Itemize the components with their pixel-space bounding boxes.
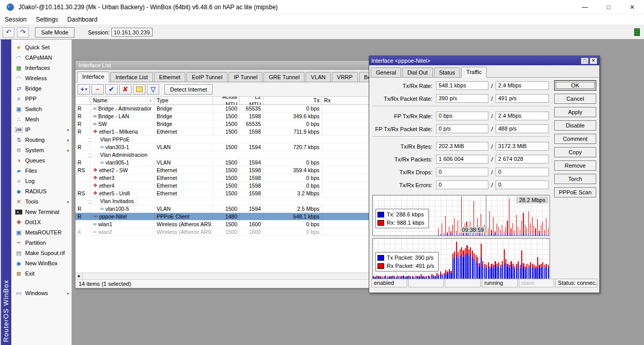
- sidebar-item-metarouter[interactable]: ▣MetaROUTER: [11, 227, 71, 238]
- sidebar-item-wireless[interactable]: ◠Wireless: [11, 73, 71, 83]
- disable-button[interactable]: ✘: [119, 84, 131, 95]
- comment-button[interactable]: Comment: [554, 134, 596, 144]
- sidebar-item-switch[interactable]: ▣Switch: [11, 104, 71, 114]
- sidebar-item-bridge[interactable]: ⇄Bridge: [11, 83, 71, 94]
- tab-ethernet[interactable]: Ethernet: [154, 72, 186, 82]
- field-rx-value[interactable]: 0: [496, 180, 549, 189]
- row-name-cell: ∞SW: [91, 120, 155, 128]
- sidebar-item-queues[interactable]: ◑Queues: [11, 155, 71, 166]
- scroll-left-icon[interactable]: ◆: [75, 273, 83, 279]
- sidebar-item-mesh[interactable]: ∴Mesh: [11, 114, 71, 124]
- wireless-icon: ◠: [15, 75, 23, 82]
- remove-button[interactable]: −: [91, 84, 104, 95]
- sidebar-item-exit[interactable]: ⊠Exit: [11, 268, 71, 279]
- sidebar-item-label: Mesh: [25, 116, 69, 122]
- sidebar-item-system[interactable]: ⚙System▸: [11, 145, 71, 155]
- sidebar-item-routing[interactable]: ⇅Routing▸: [11, 135, 71, 145]
- sidebar-item-radius[interactable]: ◆RADIUS: [11, 186, 71, 196]
- field-tx-value[interactable]: 202.3 MiB: [436, 142, 488, 151]
- disable-button[interactable]: Disable: [554, 120, 596, 131]
- field-tx-value[interactable]: 0 p/s: [436, 124, 488, 133]
- filter-button[interactable]: ▽: [147, 84, 159, 95]
- field-tx-value[interactable]: 1 606 004: [436, 155, 488, 164]
- tab-interface-list[interactable]: Interface List: [110, 72, 153, 82]
- sidebar-item-new-terminal[interactable]: >_New Terminal: [11, 207, 71, 217]
- field-tx-value[interactable]: 0: [436, 168, 488, 176]
- sidebar-item-interfaces[interactable]: ▦Interfaces: [11, 63, 71, 73]
- field-rx-value[interactable]: 491 p/s: [496, 94, 549, 103]
- column-l2-mtu[interactable]: L2 MTU: [240, 97, 263, 104]
- minimize-button[interactable]: —: [573, 0, 597, 14]
- dialog-tab-status[interactable]: Status: [434, 67, 460, 77]
- field-row-fp-tx-rx-packet-rate: FP Tx/Rx Packet Rate:0 p/s/488 p/s: [372, 123, 550, 134]
- session-label: Session:: [88, 29, 109, 35]
- sidebar-item-dot1x[interactable]: ✚Dot1X: [11, 217, 71, 227]
- row-tx: 0 bps: [263, 120, 322, 128]
- tab-ip-tunnel[interactable]: IP Tunnel: [229, 72, 262, 82]
- pppoe-scan-button[interactable]: PPPoE Scan: [554, 187, 596, 197]
- comment-button[interactable]: [133, 84, 145, 95]
- field-rx-value[interactable]: 3172.3 MiB: [496, 142, 549, 151]
- field-label: FP Tx/Rx Packet Rate:: [372, 126, 436, 132]
- field-tx-value[interactable]: 0: [436, 180, 488, 189]
- tab-eoip-tunnel[interactable]: EoIP Tunnel: [186, 72, 228, 82]
- sidebar-item-quick-set[interactable]: ★Quick Set: [11, 42, 71, 52]
- ok-button[interactable]: OK: [554, 80, 596, 90]
- redo-icon[interactable]: ↷: [17, 27, 29, 38]
- apply-button[interactable]: Apply: [554, 107, 596, 117]
- menu-dashboard[interactable]: Dashboard: [63, 14, 102, 25]
- tab-gre-tunnel[interactable]: GRE Tunnel: [263, 72, 305, 82]
- field-tx-value[interactable]: 0 bps: [436, 112, 488, 120]
- detect-internet-button[interactable]: Detect Internet: [164, 84, 213, 95]
- tab-interface[interactable]: Interface: [77, 71, 109, 82]
- sort-icon: ▲: [149, 97, 152, 104]
- remove-button[interactable]: Remove: [554, 160, 596, 171]
- column-flags[interactable]: [75, 97, 91, 104]
- dialog-maximize-icon[interactable]: □: [581, 58, 589, 64]
- column-name[interactable]: Name▲: [91, 97, 155, 104]
- sidebar-item-partition[interactable]: ◓Partition: [11, 238, 71, 248]
- column-type[interactable]: Type: [155, 97, 213, 104]
- cancel-button[interactable]: Cancel: [554, 94, 596, 104]
- add-button[interactable]: +▾: [78, 84, 90, 95]
- dialog-tab-general[interactable]: General: [371, 67, 401, 77]
- field-rx-value[interactable]: 0: [496, 168, 549, 176]
- sidebar-item-ip[interactable]: 255IP▸: [11, 124, 71, 135]
- sidebar-item-log[interactable]: ≡Log: [11, 176, 71, 186]
- ethernet-icon: ❖: [93, 168, 98, 173]
- menu-settings[interactable]: Settings: [31, 14, 63, 25]
- sidebar-item-make-supout-rif[interactable]: ▤Make Supout.rif: [11, 248, 71, 258]
- field-rx-value[interactable]: 2.4 Mbps: [496, 81, 549, 90]
- field-rx-value[interactable]: 2.4 Mbps: [496, 112, 549, 120]
- safe-mode-button[interactable]: Safe Mode: [35, 27, 74, 38]
- enable-button[interactable]: ✔: [105, 84, 118, 95]
- sidebar-item-tools[interactable]: ✕Tools▸: [11, 196, 71, 207]
- sidebar-item-new-winbox[interactable]: ◉New WinBox: [11, 258, 71, 268]
- slash-separator: /: [488, 83, 496, 89]
- column-actual-mtu[interactable]: Actual MTU: [213, 97, 240, 104]
- dialog-tab-traffic[interactable]: Traffic: [461, 67, 487, 78]
- sidebar-item-files[interactable]: ▰Files: [11, 166, 71, 176]
- dialog-close-icon[interactable]: ✕: [590, 58, 597, 64]
- menu-session[interactable]: Session: [0, 14, 31, 25]
- column-tx[interactable]: Tx: [263, 97, 322, 104]
- close-button[interactable]: ✕: [620, 0, 644, 14]
- session-input[interactable]: [111, 28, 153, 37]
- field-rx-value[interactable]: 2 674 028: [496, 155, 549, 164]
- row-actual-mtu: 1480: [213, 213, 240, 220]
- field-rx-value[interactable]: 488 p/s: [496, 124, 549, 133]
- sidebar-item-windows[interactable]: ▭Windows▸: [11, 288, 71, 298]
- field-tx-value[interactable]: 390 p/s: [436, 94, 488, 103]
- copy-button[interactable]: Copy: [554, 147, 596, 157]
- dialog-tab-dial-out[interactable]: Dial Out: [402, 67, 433, 77]
- tab-vlan[interactable]: VLAN: [306, 72, 331, 82]
- row-type: Ethernet: [155, 128, 213, 135]
- undo-icon[interactable]: ↶: [3, 27, 14, 38]
- tab-vrrp[interactable]: VRRP: [332, 72, 358, 82]
- bridge-icon: ∞: [93, 114, 97, 119]
- sidebar-item-ppp[interactable]: ≡PPP: [11, 94, 71, 104]
- field-tx-value[interactable]: 548.1 kbps: [436, 81, 488, 90]
- torch-button[interactable]: Torch: [554, 174, 596, 184]
- sidebar-item-capsman[interactable]: ◠CAPsMAN: [11, 52, 71, 63]
- maximize-button[interactable]: □: [597, 0, 620, 14]
